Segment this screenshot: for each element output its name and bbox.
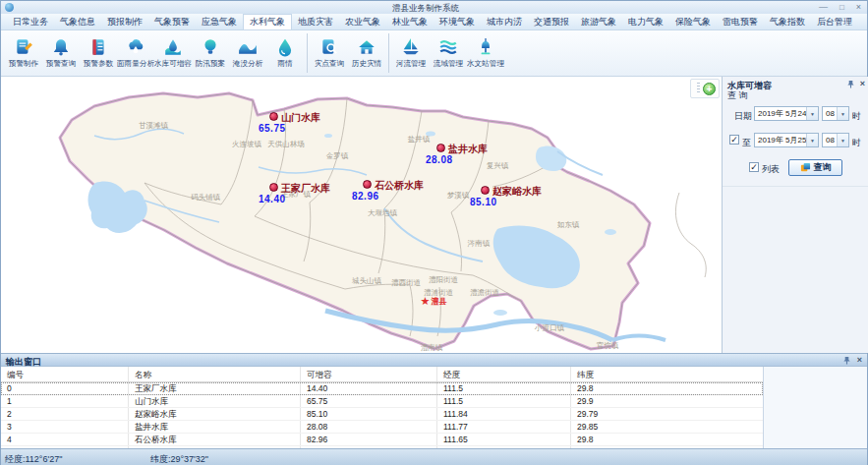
- cloud-rain-icon: [126, 37, 145, 57]
- toolbar-button-水文站管理[interactable]: 水文站管理: [467, 35, 504, 71]
- tab-林业气象[interactable]: 林业气象: [386, 14, 434, 29]
- tab-气象预警[interactable]: 气象预警: [148, 14, 196, 29]
- toolbar-button-雨情[interactable]: 雨情: [266, 35, 304, 71]
- date-label: 日期: [734, 110, 752, 123]
- table-cell: 82.96: [301, 434, 437, 445]
- tab-日常业务[interactable]: 日常业务: [7, 14, 54, 29]
- toolbar-button-预警查询[interactable]: 预警查询: [42, 35, 80, 71]
- tab-环境气象[interactable]: 环境气象: [434, 14, 481, 29]
- column-header[interactable]: 名称: [129, 367, 301, 381]
- toolbar-button-面雨量分析[interactable]: 面雨量分析: [117, 35, 154, 71]
- table-row[interactable]: 4石公桥水库82.96111.6529.8: [1, 434, 763, 446]
- wave-icon: [238, 37, 258, 57]
- from-date-select[interactable]: 2019年 5月24日 ▼: [754, 106, 819, 121]
- tab-交通预报[interactable]: 交通预报: [528, 14, 575, 29]
- table-row[interactable]: 1山门水库65.75111.529.9: [1, 395, 763, 408]
- table-row[interactable]: 3盐井水库28.08111.7729.85: [1, 421, 763, 434]
- reservoir-value: 85.10: [470, 197, 497, 207]
- column-header[interactable]: 经度: [437, 367, 571, 381]
- toolbar-button-淹没分析[interactable]: 淹没分析: [229, 35, 266, 71]
- column-header[interactable]: 纬度: [571, 367, 763, 381]
- output-body: 0王家厂水库14.40111.529.81山门水库65.75111.529.92…: [1, 382, 763, 448]
- title-bar: 澧县业务制作系统 — □ ×: [1, 1, 867, 15]
- list-label: 列表: [762, 163, 780, 176]
- table-cell: 王家厂水库: [129, 382, 301, 394]
- toolbar-button-流域管理[interactable]: 流域管理: [430, 35, 467, 71]
- query-button-icon: [800, 162, 811, 173]
- toolbar-button-防汛预案[interactable]: 防汛预案: [192, 35, 229, 71]
- toolbar-label: 流域管理: [434, 58, 463, 68]
- map-zoom-button[interactable]: +: [703, 83, 716, 95]
- reservoir-dot-icon: [269, 183, 278, 192]
- toolbar-button-灾点查询[interactable]: 灾点查询: [311, 35, 348, 71]
- panel-close-icon[interactable]: ×: [860, 80, 865, 88]
- output-close-icon[interactable]: ×: [857, 356, 862, 365]
- drop-icon: [275, 37, 295, 57]
- tab-地质灾害[interactable]: 地质灾害: [292, 14, 339, 29]
- town-label: 澧澹街道: [470, 288, 499, 298]
- toolbar-button-历史灾情[interactable]: 历史灾情: [348, 35, 385, 71]
- hour-suffix: 时: [852, 137, 861, 149]
- table-row[interactable]: 0王家厂水库14.40111.529.8: [1, 382, 763, 395]
- tab-保险气象[interactable]: 保险气象: [669, 14, 717, 29]
- column-header[interactable]: 可增容: [301, 367, 437, 381]
- toolbar: 预警制作预警查询预警参数面雨量分析水库可增容防汛预案淹没分析雨情灾点查询历史灾情…: [1, 30, 867, 77]
- reservoir-name: 赵家峪水库: [492, 185, 542, 199]
- from-hour-select[interactable]: 08 ▼: [822, 106, 849, 121]
- chevron-down-icon: ▼: [806, 134, 818, 146]
- output-window: 输出窗口 × 编号名称可增容经度纬度 0王家厂水库14.40111.529.81…: [1, 353, 867, 448]
- close-button[interactable]: ×: [856, 3, 861, 12]
- toolbar-button-预警参数[interactable]: 预警参数: [80, 35, 117, 71]
- column-header[interactable]: 编号: [1, 367, 129, 381]
- chevron-down-icon: ▼: [837, 134, 848, 146]
- output-header-row: 编号名称可增容经度纬度: [1, 367, 763, 382]
- table-cell: 14.40: [301, 382, 437, 394]
- table-row[interactable]: 2赵家峪水库85.10111.8429.79: [1, 408, 763, 421]
- tab-城市内涝[interactable]: 城市内涝: [481, 14, 528, 29]
- pin-icon[interactable]: [842, 356, 851, 365]
- table-cell: 65.75: [301, 395, 437, 407]
- town-label: 码头铺镇: [191, 193, 220, 203]
- town-label: 澧南镇: [421, 343, 443, 353]
- town-label: 如东镇: [557, 220, 580, 230]
- query-button[interactable]: 查询: [788, 159, 842, 176]
- list-checkbox[interactable]: ✓: [749, 162, 759, 172]
- query-panel: 水库可增容 × 查 询 日期 2019年 5月24日 ▼ 08 ▼ 时 ✓ 至 …: [722, 77, 868, 353]
- to-date-select[interactable]: 2019年 5月25日 ▼: [754, 133, 819, 147]
- tab-应急气象[interactable]: 应急气象: [196, 14, 243, 29]
- tab-雷电预警[interactable]: 雷电预警: [717, 14, 764, 29]
- tab-水利气象[interactable]: 水利气象: [243, 14, 292, 29]
- table-cell: 赵家峪水库: [129, 408, 301, 420]
- pin-icon[interactable]: [846, 80, 855, 88]
- tab-旅游气象[interactable]: 旅游气象: [575, 14, 622, 29]
- maximize-button[interactable]: □: [839, 3, 844, 12]
- status-latitude: 纬度:29°37'32": [150, 453, 208, 465]
- to-hour-select[interactable]: 08 ▼: [822, 133, 849, 147]
- town-label: 复兴镇: [487, 161, 509, 171]
- toolbar-label: 淹没分析: [233, 58, 262, 68]
- table-cell: 1: [1, 395, 129, 407]
- reservoir-value: 82.96: [352, 191, 379, 202]
- status-bar: 经度:112°6'27" 纬度:29°37'32": [1, 448, 867, 465]
- reservoir-dot-icon: [269, 112, 278, 121]
- toolbar-label: 雨情: [277, 58, 292, 68]
- tab-电力气象[interactable]: 电力气象: [622, 14, 669, 29]
- town-label: 金罗镇: [326, 151, 349, 161]
- tab-预报制作[interactable]: 预报制作: [101, 14, 148, 29]
- tab-农业气象[interactable]: 农业气象: [339, 14, 386, 29]
- map-zoom-panel: +: [690, 79, 720, 98]
- town-label: 官垸镇: [597, 341, 619, 351]
- tab-后台管理[interactable]: 后台管理: [811, 14, 858, 29]
- tab-气象指数[interactable]: 气象指数: [764, 14, 811, 29]
- reservoir-dot-icon: [436, 144, 445, 152]
- toolbar-button-河流管理[interactable]: 河流管理: [392, 35, 430, 71]
- county-label: 澧县: [431, 296, 446, 307]
- map-view[interactable]: 甘溪滩镇火连坡镇天供山林场金罗镇盐井镇复兴镇梦溪镇码头铺镇王家厂镇大堰垱镇如东镇…: [1, 77, 722, 353]
- to-checkbox[interactable]: ✓: [729, 135, 739, 145]
- toolbar-button-预警制作[interactable]: 预警制作: [5, 35, 42, 71]
- toolbar-button-水库可增容[interactable]: 水库可增容: [154, 35, 192, 71]
- tab-气象信息[interactable]: 气象信息: [54, 14, 101, 29]
- reservoir-dot-icon: [481, 186, 490, 195]
- hour-suffix: 时: [852, 110, 861, 123]
- minimize-button[interactable]: —: [819, 3, 828, 12]
